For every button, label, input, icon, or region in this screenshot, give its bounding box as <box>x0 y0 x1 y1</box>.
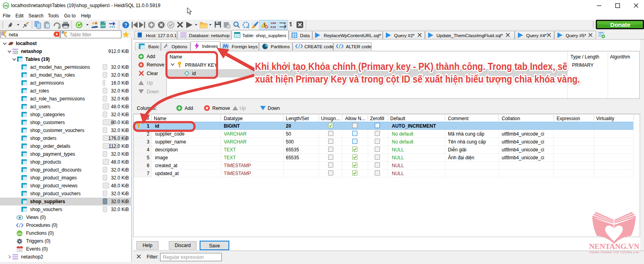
svg-text:?: ? <box>124 23 127 28</box>
svg-text:010: 010 <box>270 25 276 29</box>
svg-text:CSV: CSV <box>101 25 106 27</box>
svg-text:HS: HS <box>4 4 8 7</box>
svg-text:Donate: Donate <box>610 21 631 28</box>
svg-text:GO: GO <box>17 232 22 235</box>
svg-text:100: 100 <box>270 21 276 25</box>
